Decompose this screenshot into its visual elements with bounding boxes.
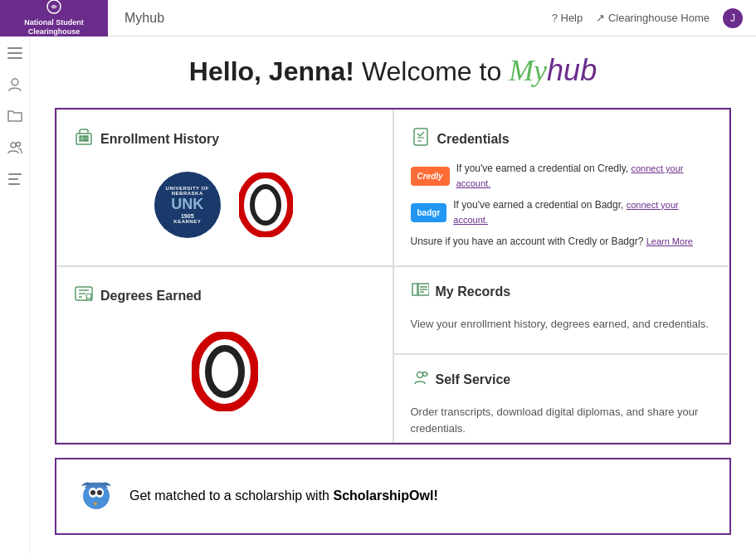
- credentials-icon: [411, 127, 431, 151]
- welcome-to-text: Welcome to: [362, 56, 509, 86]
- university-logos: UNIVERSITY OF NEBRASKA UNK 1905 KEARNEY: [154, 172, 295, 238]
- right-column: My Records View your enrollment history,…: [393, 266, 730, 443]
- degrees-earned-label: Degrees Earned: [100, 289, 202, 304]
- welcome-heading: Hello, Jenna! Welcome to Myhub: [55, 53, 731, 88]
- logo-area: National Student Clearinghouse: [0, 0, 108, 36]
- self-service-description: Order transcripts, download digital dipl…: [411, 404, 713, 436]
- svg-point-4: [12, 79, 18, 85]
- badgr-row: badgr If you've earned a credential on B…: [411, 197, 713, 227]
- self-service-icon: [411, 368, 429, 391]
- unsure-text: Unsure if you have an account with Credl…: [411, 234, 713, 249]
- credentials-label: Credentials: [437, 132, 510, 147]
- scholarship-bold: ScholarshipOwl!: [333, 488, 437, 503]
- top-navigation: National Student Clearinghouse Myhub ? H…: [0, 0, 756, 36]
- svg-point-28: [97, 490, 102, 495]
- svg-point-6: [16, 143, 20, 147]
- help-link[interactable]: ? Help: [552, 12, 583, 24]
- svg-point-15: [241, 175, 290, 235]
- svg-rect-13: [80, 139, 81, 141]
- nav-right: ? Help ↗ Clearinghouse Home J: [552, 8, 743, 28]
- help-icon: ?: [552, 12, 558, 24]
- main-content: Hello, Jenna! Welcome to Myhub: [30, 36, 756, 554]
- svg-rect-14: [83, 139, 88, 141]
- main-layout: Hello, Jenna! Welcome to Myhub: [0, 36, 756, 554]
- enrollment-history-label: Enrollment History: [100, 132, 219, 147]
- my-records-description: View your enrollment history, degrees ea…: [411, 316, 713, 333]
- main-grid: Enrollment History UNIVERSITY OF NEBRASK…: [55, 108, 731, 445]
- self-service-title: Self Service: [411, 368, 713, 391]
- credentials-content: Credly If you've earned a credential on …: [411, 161, 713, 249]
- sidebar: [0, 36, 30, 554]
- omaha-logo-2: [192, 332, 258, 411]
- svg-point-23: [422, 372, 427, 377]
- unk-logo: UNIVERSITY OF NEBRASKA UNK 1905 KEARNEY: [154, 172, 221, 238]
- svg-rect-9: [8, 183, 20, 185]
- my-records-label: My Records: [436, 284, 511, 299]
- self-service-card[interactable]: Self Service Order transcripts, download…: [393, 354, 730, 442]
- self-service-label: Self Service: [436, 372, 511, 387]
- degrees-logo: [74, 318, 376, 425]
- clearinghouse-home-link[interactable]: ↗ Clearinghouse Home: [596, 12, 710, 24]
- nav-title: Myhub: [124, 11, 552, 26]
- badgr-text: If you've earned a credential on Badgr, …: [453, 197, 712, 227]
- svg-rect-3: [7, 57, 22, 59]
- svg-rect-17: [414, 129, 427, 145]
- sidebar-profile-icon[interactable]: [7, 76, 23, 93]
- degrees-earned-title: Degrees Earned: [74, 284, 376, 308]
- enrollment-icon: [74, 127, 94, 151]
- hello-text: Hello, Jenna!: [189, 56, 354, 86]
- degrees-icon: [74, 284, 94, 308]
- sidebar-folder-icon[interactable]: [7, 108, 23, 124]
- svg-rect-7: [8, 173, 22, 175]
- svg-point-22: [417, 372, 422, 378]
- credly-logo: Credly: [411, 167, 450, 186]
- svg-rect-11: [80, 136, 81, 138]
- sidebar-list-icon[interactable]: [7, 171, 23, 187]
- scholarship-banner[interactable]: Get matched to a scholarship with Schola…: [55, 458, 731, 535]
- sidebar-menu-icon[interactable]: [7, 45, 23, 61]
- scholarship-text: Get matched to a scholarship with Schola…: [129, 488, 438, 503]
- svg-point-27: [90, 490, 95, 495]
- enrollment-history-title: Enrollment History: [74, 127, 376, 151]
- badgr-logo: badgr: [411, 203, 447, 222]
- my-records-icon: [411, 280, 429, 303]
- svg-rect-12: [83, 136, 88, 138]
- my-records-title: My Records: [411, 280, 713, 303]
- svg-point-21: [208, 348, 241, 395]
- omaha-logo: [237, 172, 295, 238]
- sidebar-users-icon[interactable]: [7, 139, 23, 156]
- credentials-card[interactable]: Credentials Credly If you've earned a cr…: [393, 109, 730, 266]
- svg-point-19: [86, 294, 91, 299]
- owl-icon: [76, 473, 116, 520]
- credly-row: Credly If you've earned a credential on …: [411, 161, 713, 191]
- svg-rect-1: [7, 47, 22, 49]
- svg-point-5: [11, 143, 16, 148]
- degrees-earned-card[interactable]: Degrees Earned: [56, 266, 393, 443]
- svg-rect-8: [8, 178, 18, 180]
- svg-point-16: [252, 187, 279, 223]
- myhub-my: My: [509, 54, 547, 87]
- enrollment-history-card[interactable]: Enrollment History UNIVERSITY OF NEBRASK…: [56, 109, 393, 266]
- credly-text: If you've earned a credential on Credly,…: [456, 161, 712, 191]
- user-avatar[interactable]: J: [723, 8, 743, 28]
- my-records-card[interactable]: My Records View your enrollment history,…: [393, 266, 730, 354]
- enrollment-logos: UNIVERSITY OF NEBRASKA UNK 1905 KEARNEY: [74, 161, 376, 249]
- svg-rect-2: [7, 52, 22, 54]
- logo-text: National Student Clearinghouse: [24, 0, 84, 36]
- learn-more-link[interactable]: Learn More: [646, 236, 693, 246]
- external-link-icon: ↗: [596, 12, 605, 24]
- credentials-title: Credentials: [411, 127, 713, 151]
- myhub-hub: hub: [547, 53, 597, 87]
